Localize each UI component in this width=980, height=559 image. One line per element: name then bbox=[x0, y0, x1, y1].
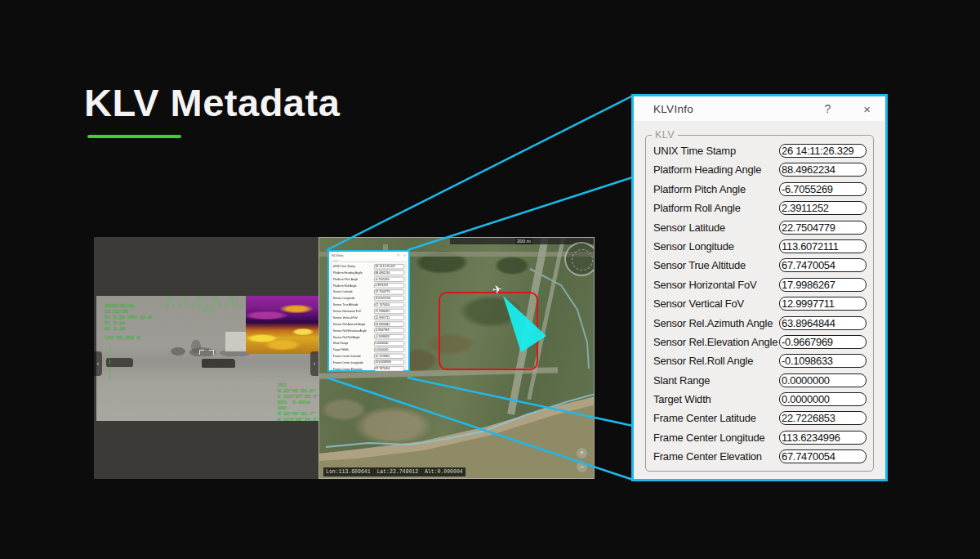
field-value-box[interactable]: 2.3911252 bbox=[374, 284, 404, 288]
field-value-box[interactable]: 63.8964844 bbox=[779, 316, 866, 330]
field-value-box[interactable]: 22.7226853 bbox=[779, 411, 866, 425]
field-value-box[interactable]: -0.9667969 bbox=[779, 335, 866, 349]
field-label: Sensor Latitude bbox=[653, 221, 725, 234]
klv-field-row: UNIX Time Stamp26 14:11:26.329 bbox=[333, 264, 404, 269]
field-label: Sensor Rel.Azimuth Angle bbox=[333, 323, 366, 326]
compass-tick-number: 75 bbox=[198, 297, 203, 302]
field-value-box[interactable]: -6.7055269 bbox=[779, 182, 866, 196]
field-label: Sensor Latitude bbox=[333, 290, 353, 293]
dialog-titlebar[interactable]: KLVInfo ? × bbox=[634, 96, 885, 121]
klv-field-row: Slant Range0.0000000 bbox=[653, 373, 866, 387]
field-label: Platform Heading Angle bbox=[653, 163, 761, 176]
field-value-box[interactable]: 17.9986267 bbox=[779, 278, 866, 292]
klv-field-row: Sensor Longitude113.6072111 bbox=[653, 239, 866, 253]
dialog-title: KLVInfo bbox=[653, 103, 693, 115]
klv-field-row: Platform Heading Angle88.4962234 bbox=[653, 163, 866, 177]
zoom-out-button[interactable]: − bbox=[577, 462, 587, 472]
field-value-box[interactable]: -6.7055269 bbox=[374, 277, 404, 282]
klv-field-row: Sensor Latitude22.7504779 bbox=[333, 289, 404, 294]
video-frame: 2020/05/26 14:11:26 FL 1.8x FOV 18.0 EL … bbox=[96, 296, 318, 421]
field-label: Sensor Rel.Roll Angle bbox=[333, 335, 360, 338]
field-value-box[interactable]: 63.8964844 bbox=[374, 322, 404, 327]
field-label: Frame Center Longitude bbox=[333, 361, 363, 364]
compass-tick-number: 80 bbox=[212, 297, 217, 302]
compass-tick-number: 65 bbox=[167, 297, 172, 302]
field-value-box[interactable]: 22.7226853 bbox=[374, 354, 404, 359]
field-label: Frame Center Elevation bbox=[653, 450, 762, 463]
field-label: Frame Center Latitude bbox=[333, 355, 361, 358]
field-value-box[interactable]: 113.6072111 bbox=[374, 296, 404, 301]
field-value-box[interactable]: -0.1098633 bbox=[779, 354, 866, 368]
carousel-next-button[interactable]: › bbox=[310, 351, 318, 376]
field-label: Platform Roll Angle bbox=[333, 284, 357, 288]
klv-field-row: Platform Heading Angle88.4962234 bbox=[333, 271, 404, 275]
mini-klv-groupbox: KLV UNIX Time Stamp26 14:11:26.329Platfo… bbox=[331, 262, 406, 374]
klv-field-row: Frame Center Latitude22.7226853 bbox=[333, 354, 404, 359]
klv-field-row: Frame Center Longitude113.6234996 bbox=[333, 360, 404, 364]
field-value-box[interactable]: -0.1098633 bbox=[374, 334, 404, 339]
field-value-box[interactable]: 88.4962234 bbox=[374, 271, 404, 275]
mini-panel-title: KLVInfo bbox=[332, 253, 343, 257]
field-value-box[interactable]: 26 14:11:26.329 bbox=[779, 144, 866, 158]
close-icon[interactable]: × bbox=[863, 102, 871, 116]
klv-field-row: Platform Roll Angle2.3911252 bbox=[333, 283, 404, 288]
field-label: Sensor Vertical FoV bbox=[333, 316, 358, 320]
klv-field-row: Platform Roll Angle2.3911252 bbox=[653, 201, 866, 215]
klv-field-row: Sensor Rel.Azimuth Angle63.8964844 bbox=[333, 321, 404, 326]
field-value-box[interactable]: 113.6234996 bbox=[779, 431, 866, 445]
field-value-box[interactable]: 0.0000000 bbox=[779, 373, 866, 387]
klv-field-row: Frame Center Elevation67.7470054 bbox=[333, 366, 404, 371]
field-value-box[interactable]: -0.9667969 bbox=[374, 328, 404, 333]
target-tracking-bracket bbox=[199, 350, 214, 363]
field-label: Frame Center Longitude bbox=[653, 432, 765, 444]
compass-tick-number: 70 bbox=[182, 297, 187, 302]
klv-field-row: Frame Center Latitude22.7226853 bbox=[653, 411, 866, 425]
field-value-box[interactable]: 22.7504779 bbox=[374, 289, 404, 294]
thermal-pip-view bbox=[246, 296, 318, 354]
field-value-box[interactable]: 22.7504779 bbox=[779, 221, 866, 235]
map-viewer-panel[interactable]: 200 m ✈ KLVInfo ? × KLV UNIX Time Stamp2… bbox=[318, 237, 595, 479]
field-value-box[interactable]: 113.6234996 bbox=[374, 360, 404, 365]
field-value-box[interactable]: 0.0000000 bbox=[779, 392, 866, 406]
field-value-box[interactable]: 88.4962234 bbox=[779, 163, 866, 177]
mini-panel-titlebar: KLVInfo ? × bbox=[329, 252, 408, 259]
compass-tick-number: 85 bbox=[228, 297, 233, 302]
field-value-box[interactable]: 12.9997711 bbox=[374, 315, 404, 320]
field-label: Sensor Rel.Elevation Angle bbox=[653, 336, 777, 348]
klv-field-row: Sensor Rel.Azimuth Angle63.8964844 bbox=[653, 316, 866, 330]
klv-field-row: Target Width0.0000000 bbox=[333, 347, 404, 352]
klv-field-row: Slant Range0.0000000 bbox=[333, 341, 404, 346]
field-value-box[interactable]: 17.9986267 bbox=[374, 309, 404, 314]
carousel-prev-button[interactable]: ‹ bbox=[94, 351, 102, 376]
field-value-box[interactable]: 0.0000000 bbox=[374, 347, 404, 352]
field-value-box[interactable]: 113.6072111 bbox=[779, 239, 866, 253]
field-value-box[interactable]: 2.3911252 bbox=[779, 201, 866, 215]
field-value-box[interactable]: 0.0000000 bbox=[374, 341, 404, 346]
field-label: Frame Center Elevation bbox=[333, 367, 363, 370]
mini-close-icon[interactable]: × bbox=[403, 253, 405, 257]
field-label: Sensor Horizontal FoV bbox=[653, 279, 757, 291]
klv-field-row: Sensor Rel.Elevation Angle-0.9667969 bbox=[333, 328, 404, 333]
building-silhouette bbox=[225, 332, 247, 351]
field-value-box[interactable]: 67.7470054 bbox=[779, 449, 866, 463]
field-value-box[interactable]: 67.7470054 bbox=[374, 366, 404, 371]
klvinfo-mini-panel[interactable]: KLVInfo ? × KLV UNIX Time Stamp26 14:11:… bbox=[327, 250, 410, 372]
field-label: Sensor Rel.Elevation Angle bbox=[333, 329, 367, 332]
klvinfo-dialog: KLVInfo ? × KLV UNIX Time Stamp26 14:11:… bbox=[631, 94, 888, 481]
field-value-box[interactable]: 12.9997711 bbox=[779, 297, 866, 311]
klv-field-row: Platform Pitch Angle-6.7055269 bbox=[653, 182, 866, 196]
mini-help-icon[interactable]: ? bbox=[397, 253, 399, 257]
help-icon[interactable]: ? bbox=[824, 102, 831, 115]
field-label: Slant Range bbox=[653, 374, 710, 387]
group-label: KLV bbox=[652, 129, 678, 141]
zoom-in-button[interactable]: + bbox=[577, 448, 587, 458]
osd-telemetry-text: 2020/05/26 14:11:26 FL 1.8x FOV 18.0 EL … bbox=[105, 303, 152, 332]
field-value-box[interactable]: 67.7470054 bbox=[374, 302, 404, 307]
compass-tick-marks bbox=[167, 302, 248, 306]
field-label: Frame Center Latitude bbox=[653, 412, 756, 424]
field-value-box[interactable]: 67.7470054 bbox=[779, 258, 866, 272]
field-label: Sensor Horizontal FoV bbox=[333, 310, 361, 313]
field-label: UNIX Time Stamp bbox=[333, 265, 355, 268]
field-value-box[interactable]: 26 14:11:26.329 bbox=[374, 264, 404, 269]
field-label: Sensor Vertical FoV bbox=[653, 297, 744, 310]
